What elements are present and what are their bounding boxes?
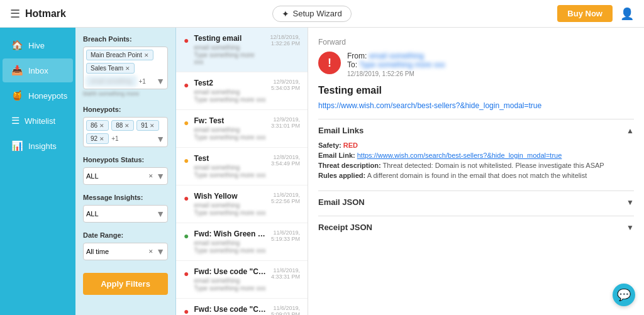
message-insights-filter: Message Insights: ALL ▼ [83,194,168,223]
email-status-icon: ● [184,155,189,165]
tag-86[interactable]: 86 ✕ [86,120,109,131]
breach-more: +1 [139,78,146,85]
message-insights-value: ALL [86,210,153,218]
message-insights-label: Message Insights: [83,194,168,201]
email-to: Type something more xxx [194,134,266,141]
date-range-value: All time [86,248,146,255]
email-subject: Fwd: Use code "CUTEJACKET" at checkout t… [194,267,266,276]
email-list-item[interactable]: ● Fwd: Use code "CUTEJACKET" at checkout… [176,261,308,299]
threat-desc-row: Threat description: Threat detected: Dom… [318,162,634,169]
sidebar-item-hive[interactable]: 🏠 Hive [3,33,73,57]
tag-sales-team[interactable]: Sales Team ✕ [86,63,135,74]
sidebar-item-honeypots[interactable]: 🍯 Honeypots [3,84,73,108]
detail-from-row: From: email something [347,52,445,60]
remove-88-icon[interactable]: ✕ [125,123,130,129]
honeypots-filter: Honeypots: 86 ✕ 88 ✕ 91 ✕ 92 ✕ +1 ▼ [83,106,168,147]
date-range-clear[interactable]: ✕ [148,248,153,255]
email-list: ● Testing email email something Type som… [176,28,308,315]
receipt-json-header[interactable]: Receipt JSON ▼ [318,216,634,238]
receipt-json-arrow: ▼ [626,223,634,232]
rules-applied-row: Rules applied: A different domain is fou… [318,172,634,179]
detail-from-to: From: email something To: Type something… [347,52,445,77]
remove-92-icon[interactable]: ✕ [99,136,104,142]
honeypots-filter-label: Honeypots: [83,106,168,113]
honeypot-more: +1 [111,135,118,142]
honeypot-dropdown-arrow[interactable]: ▼ [156,134,165,144]
email-list-item[interactable]: ● Wish Yellow email something Type somet… [176,185,308,223]
email-from: email something [194,126,266,133]
tag-main-breach[interactable]: Main Breach Point ✕ [86,50,153,60]
email-list-item[interactable]: ● Testing email email something Type som… [176,28,308,72]
tag-92[interactable]: 92 ✕ [86,133,109,144]
sidebar-nav: 🏠 Hive 📥 Inbox 🍯 Honeypots ☰ Whitelist 📊… [0,28,75,315]
email-time: 11/6/2019,5:09:03 PM [271,305,300,315]
email-status-icon: ● [184,268,189,279]
breach-dropdown-arrow[interactable]: ▼ [156,76,165,86]
email-time: 12/9/2019,3:31:01 PM [271,116,300,129]
sidebar-label-insights: Insights [28,141,57,151]
tag-88[interactable]: 88 ✕ [111,120,134,131]
rules-applied-label: Rules applied: [318,172,365,179]
to-label: To: [347,60,359,69]
email-content: Wish Yellow email something Type somethi… [194,192,266,216]
email-json-header[interactable]: Email JSON ▼ [318,191,634,213]
safety-label: Safety: [318,141,341,149]
message-insights-select[interactable]: ALL ▼ [83,205,168,223]
email-detail: Forward ! From: email something To: Type… [308,28,644,315]
email-subject: Test [194,154,266,163]
email-link-row: Email Link: https://www.wish.com/search/… [318,152,634,159]
email-list-item[interactable]: ● Fw: Test email something Type somethin… [176,110,308,148]
email-content: Test2 email something Type something mor… [194,79,266,103]
date-range-arrow[interactable]: ▼ [156,246,165,257]
date-range-filter: Date Range: All time ✕ ▼ [83,231,168,260]
honeypots-status-arrow[interactable]: ▼ [156,171,165,181]
email-list-item[interactable]: ● Test email something Type something mo… [176,148,308,185]
buy-now-button[interactable]: Buy Now [557,5,613,22]
email-json-arrow: ▼ [626,198,634,207]
sidebar-item-insights[interactable]: 📊 Insights [3,134,73,158]
tag-91[interactable]: 91 ✕ [136,120,159,131]
email-subject: Testing email [194,34,265,43]
filter-panel: Breach Points: Main Breach Point ✕ Sales… [75,28,176,315]
date-range-select[interactable]: All time ✕ ▼ [83,243,168,260]
honeypots-status-label: Honeypots Status: [83,156,168,163]
email-content: Fw: Test email something Type something … [194,116,266,141]
threat-desc-value: Threat detected: Domain is not whitelist… [382,162,604,169]
honeypots-status-select[interactable]: ALL ✕ ▼ [83,167,168,185]
remove-91-icon[interactable]: ✕ [150,123,155,129]
setup-wizard-button[interactable]: ✦ Setup Wizard [272,6,352,22]
email-links-header[interactable]: Email Links ▲ [318,119,634,141]
email-links-arrow: ▲ [626,126,634,135]
honeypots-status-clear[interactable]: ✕ [148,173,153,179]
detail-subject: Testing email [318,85,634,96]
email-status-icon: ● [184,306,189,315]
user-icon[interactable]: 👤 [620,7,634,21]
detail-link[interactable]: https://www.wish.com/search/best-sellers… [318,101,634,110]
setup-wizard-icon: ✦ [282,9,289,19]
email-link-value[interactable]: https://www.wish.com/search/best-sellers… [357,152,562,159]
rules-applied-value: A different domain is found in the email… [367,172,587,179]
remove-sales-team-icon[interactable]: ✕ [125,65,130,72]
safety-value: RED [343,141,358,149]
chat-bubble[interactable]: 💬 [613,284,635,306]
receipt-json-section: Receipt JSON ▼ [318,216,634,238]
email-content: Fwd: Wish Green Email email something Ty… [194,229,266,254]
apply-filters-button[interactable]: Apply Filters [83,273,168,295]
email-subject: Wish Yellow [194,192,266,201]
sidebar-item-inbox[interactable]: 📥 Inbox [3,58,73,82]
receipt-json-title: Receipt JSON [318,223,372,232]
email-content: Fwd: Use code "CUTEJACKET" at checkout t… [194,305,266,315]
remove-86-icon[interactable]: ✕ [99,123,104,129]
main-layout: 🏠 Hive 📥 Inbox 🍯 Honeypots ☰ Whitelist 📊… [0,28,644,315]
sidebar-label-whitelist: Whitelist [25,116,55,126]
email-to: Type something more xxx [194,172,266,179]
sidebar-item-whitelist[interactable]: ☰ Whitelist [3,109,73,133]
message-insights-arrow[interactable]: ▼ [156,209,165,219]
email-list-item[interactable]: ● Fwd: Use code "CUTEJACKET" at checkout… [176,299,308,315]
menu-icon[interactable]: ☰ [10,7,20,21]
email-to: Type something more xxx [194,247,266,254]
remove-main-breach-icon[interactable]: ✕ [144,52,149,58]
email-list-item[interactable]: ● Fwd: Wish Green Email email something … [176,223,308,261]
email-json-section: Email JSON ▼ [318,191,634,213]
email-list-item[interactable]: ● Test2 email something Type something m… [176,72,308,110]
